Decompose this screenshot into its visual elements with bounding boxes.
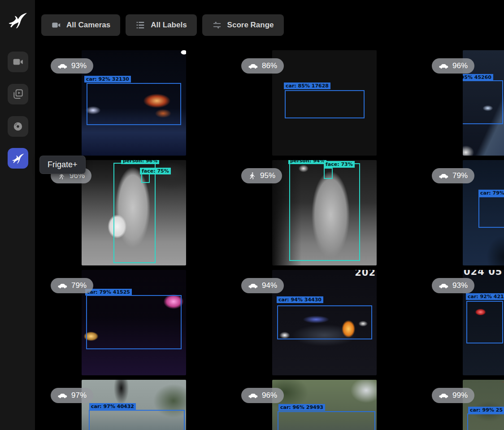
car-icon: [57, 282, 67, 289]
score-badge: 93%: [432, 278, 474, 293]
snapshot-cell: 96% car: 95% 45260: [424, 50, 504, 156]
snapshot-thumbnail[interactable]: car: 96% 29493: [272, 380, 377, 430]
face-box: [324, 168, 333, 179]
score-badge: 97%: [51, 388, 93, 403]
sidebar-item-export[interactable]: [8, 116, 28, 137]
score-badge: 94%: [241, 278, 284, 293]
car-icon: [439, 392, 448, 399]
car-icon: [57, 62, 67, 69]
camera-timestamp: 024 05 0: [464, 270, 504, 277]
sidebar-item-review[interactable]: [8, 84, 28, 104]
detection-label: car: 79%: [478, 190, 504, 196]
score-badge-value: 93%: [71, 61, 87, 70]
detection-box: [466, 301, 503, 343]
score-badge: 79%: [432, 168, 474, 183]
score-badge-value: 96%: [452, 61, 468, 70]
score-badge: 96%: [241, 388, 284, 403]
detection-box: [478, 196, 504, 228]
snapshot-thumbnail[interactable]: car: 85% 17628: [272, 50, 377, 156]
snapshot-thumbnail[interactable]: person: 96% face: 75%: [82, 160, 186, 265]
score-badge: 86%: [241, 58, 284, 74]
detection-box: [87, 83, 181, 125]
score-badge-value: 97%: [71, 391, 87, 400]
snapshot-cell: 96% person: 96% face: 75%: [43, 160, 225, 265]
score-badge-value: 94%: [262, 281, 277, 290]
snapshot-thumbnail[interactable]: 202 car: 94% 34430: [272, 270, 377, 375]
score-badge-value: 79%: [71, 281, 87, 290]
score-badge-value: 95%: [260, 171, 275, 180]
frigate-plus-tooltip: Frigate+: [39, 156, 86, 174]
score-range-label: Score Range: [227, 21, 274, 30]
frigate-logo: [7, 10, 28, 30]
score-badge-value: 86%: [262, 61, 277, 70]
detection-box: [467, 413, 504, 430]
detection-label: car: 92% 32130: [84, 76, 131, 83]
detection-label: car: 85% 17628: [284, 83, 330, 89]
car-icon: [248, 282, 258, 289]
app-sidebar: [0, 0, 35, 430]
frigate-bird-icon: [7, 10, 28, 30]
sliders-icon: [212, 20, 222, 30]
detection-label: car: 94% 34430: [277, 296, 323, 303]
video-camera-icon: [12, 56, 24, 68]
snapshot-cell: 93% 024 05 0 car: 92% 42186: [424, 270, 504, 375]
detection-box: [277, 305, 372, 339]
person-icon: [248, 172, 256, 180]
detection-label: person: 96%: [121, 160, 159, 164]
snapshot-cell: 86% car: 85% 17628: [234, 50, 415, 156]
snapshot-cell: 94% 202 car: 94% 34430: [234, 270, 415, 375]
camera-icon: [51, 20, 61, 30]
snapshot-thumbnail[interactable]: person: 94% face: 73%: [272, 160, 377, 265]
car-icon: [248, 62, 258, 69]
score-badge-value: 99%: [452, 391, 468, 400]
car-icon: [439, 282, 448, 289]
detection-box: [285, 90, 365, 118]
score-badge: 93%: [51, 58, 93, 74]
snapshot-thumbnail[interactable]: car: 97% 40432: [82, 380, 186, 430]
face-box: [141, 173, 150, 183]
score-badge: 96%: [432, 58, 474, 74]
score-badge-value: 79%: [452, 171, 468, 180]
disc-icon: [12, 121, 24, 132]
frigate-bird-icon: [11, 152, 25, 165]
car-icon: [439, 62, 448, 69]
filter-toolbar: All Cameras All Labels Score Range: [41, 14, 284, 36]
snapshot-thumbnail[interactable]: car: 79% 41525: [82, 270, 186, 375]
sidebar-item-cameras[interactable]: [8, 52, 28, 72]
car-icon: [248, 392, 258, 399]
detection-label: car: 97% 40432: [89, 403, 136, 410]
detection-box: [86, 295, 182, 349]
score-badge-value: 93%: [452, 281, 468, 290]
score-range-button[interactable]: Score Range: [202, 14, 284, 36]
car-icon: [439, 172, 448, 179]
playback-icon: [12, 88, 24, 100]
detection-label: person: 94%: [288, 160, 326, 164]
list-icon: [135, 20, 145, 30]
snapshot-cell: 79% car: 79%: [424, 160, 504, 265]
detection-box: [89, 410, 185, 430]
snapshot-thumbnail[interactable]: car: 99% 25: [463, 380, 504, 430]
detection-label: car: 79% 41525: [85, 289, 132, 295]
snapshot-grid: 93% car: 92% 32130 86% car: 85% 17628 96…: [43, 50, 504, 430]
face-label: face: 73%: [324, 161, 355, 168]
snapshot-cell: 96% car: 96% 29493: [234, 380, 415, 430]
all-cameras-label: All Cameras: [66, 21, 110, 30]
snapshot-cell: 93% car: 92% 32130: [43, 50, 225, 156]
camera-timestamp: 202: [355, 270, 376, 278]
detection-box: [278, 411, 375, 430]
snapshot-thumbnail[interactable]: car: 92% 32130: [82, 50, 186, 156]
score-badge: 79%: [51, 278, 93, 293]
snapshot-cell: 95% person: 94% face: 73%: [234, 160, 415, 265]
score-badge: 99%: [432, 388, 474, 403]
all-cameras-button[interactable]: All Cameras: [41, 14, 120, 36]
score-badge-value: 96%: [262, 391, 277, 400]
all-labels-button[interactable]: All Labels: [126, 14, 196, 36]
detection-box: [463, 80, 503, 124]
detection-label: car: 92% 42186: [466, 293, 504, 300]
detection-label: car: 96% 29493: [278, 404, 325, 411]
score-badge: 95%: [241, 168, 282, 183]
sidebar-item-frigate-plus[interactable]: [8, 148, 28, 169]
all-labels-label: All Labels: [151, 21, 187, 30]
detection-label: car: 99% 25: [468, 407, 504, 413]
face-label: face: 75%: [140, 168, 171, 174]
